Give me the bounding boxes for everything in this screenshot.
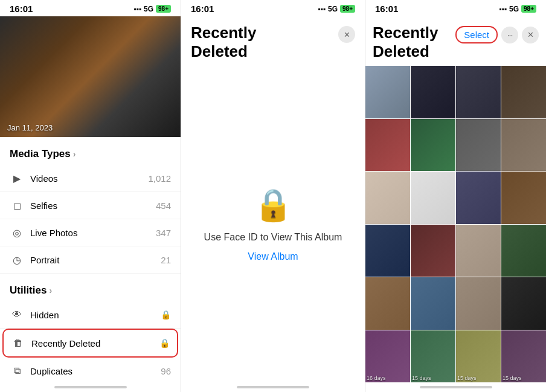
photo-overlay: Jan 11, 2023: [7, 123, 173, 132]
face-id-text: Use Face ID to View This Album: [204, 232, 342, 243]
selfies-icon: ◻: [10, 198, 24, 213]
photo-cell[interactable]: [501, 225, 546, 277]
hidden-label: Hidden: [30, 310, 161, 320]
duplicates-count: 96: [161, 366, 171, 376]
hero-photo[interactable]: Jan 11, 2023: [0, 16, 181, 137]
photo-cell[interactable]: [411, 225, 455, 277]
list-item-duplicates[interactable]: ⧉ Duplicates 96: [0, 358, 181, 382]
more-options-button[interactable]: ···: [501, 27, 518, 43]
photo-days-label: 15 days: [412, 375, 431, 381]
recently-deleted-lock-icon: 🔒: [159, 338, 170, 348]
status-right-1: ▪▪▪ 5G 98+: [133, 5, 171, 13]
panel2-close-button[interactable]: ✕: [338, 26, 355, 43]
recently-deleted-icon: 🗑: [11, 336, 25, 350]
battery-badge-2: 98+: [340, 5, 355, 13]
photo-cell[interactable]: [365, 172, 410, 223]
panel3-header: Recently Deleted Select ··· ✕: [365, 16, 546, 66]
photo-cell[interactable]: [456, 277, 501, 329]
panel3-title: Recently Deleted: [373, 24, 438, 61]
signal-bars-3: ▪▪▪: [499, 5, 507, 13]
recently-deleted-label: Recently Deleted: [31, 338, 159, 349]
status-bar-1: 16:01 ▪▪▪ 5G 98+: [0, 0, 181, 16]
signal-type-2: 5G: [328, 5, 338, 13]
panel2-title: Recently Deleted: [191, 24, 256, 61]
dots-icon: ···: [507, 30, 513, 40]
photo-days-label: 16 days: [367, 375, 386, 381]
status-right-2: ▪▪▪ 5G 98+: [318, 5, 355, 13]
panel3-title-line2: Deleted: [373, 42, 438, 61]
videos-count: 1,012: [148, 173, 171, 184]
time-2: 16:01: [191, 4, 214, 14]
hidden-lock-icon: 🔒: [161, 310, 171, 320]
panel2-header: Recently Deleted ✕: [181, 16, 365, 66]
videos-label: Videos: [30, 173, 148, 184]
photo-cell[interactable]: [501, 277, 546, 329]
signal-type-1: 5G: [144, 5, 153, 13]
photo-grid: 16 days 15 days 15 days 15 days: [365, 66, 546, 382]
panel-recently-deleted-photos: 16:01 ▪▪▪ 5G 98+ Recently Deleted Select…: [365, 0, 546, 392]
hidden-icon: 👁: [10, 307, 24, 322]
photo-cell[interactable]: 16 days: [365, 330, 410, 382]
photo-cell[interactable]: [456, 225, 501, 277]
photo-cell[interactable]: [365, 119, 410, 171]
videos-icon: ▶: [10, 171, 24, 185]
photo-cell[interactable]: 15 days: [411, 330, 455, 382]
photo-cell[interactable]: [365, 225, 410, 277]
photo-date: Jan 11, 2023: [7, 123, 53, 132]
utilities-list: 👁 Hidden 🔒 🗑 Recently Deleted 🔒 ⧉ Duplic…: [0, 301, 181, 382]
status-bar-3: 16:01 ▪▪▪ 5G 98+: [365, 0, 546, 16]
time-3: 16:01: [375, 4, 398, 14]
photo-cell[interactable]: [456, 119, 501, 171]
list-item-videos[interactable]: ▶ Videos 1,012: [0, 165, 181, 192]
photo-cell[interactable]: 15 days: [501, 330, 546, 382]
panel2-title-line1: Recently: [191, 24, 256, 42]
panel2-title-line2: Deleted: [191, 42, 256, 61]
photo-cell[interactable]: 15 days: [456, 330, 501, 382]
photo-cell[interactable]: [411, 277, 455, 329]
lock-icon-large: 🔒: [254, 187, 293, 223]
utilities-chevron-icon: ›: [49, 286, 52, 295]
portrait-count: 21: [161, 255, 171, 265]
section-media-types-label: Media Types: [10, 148, 71, 160]
photo-cell[interactable]: [501, 172, 546, 223]
photo-cell[interactable]: [456, 66, 501, 118]
panel-recently-deleted-locked: 16:01 ▪▪▪ 5G 98+ Recently Deleted ✕ 🔒 Us…: [181, 0, 365, 392]
chevron-icon: ›: [73, 149, 76, 159]
panel3-close-icon: ✕: [527, 30, 534, 39]
photo-cell[interactable]: [365, 277, 410, 329]
panel3-title-line1: Recently: [373, 24, 438, 42]
photo-cell[interactable]: [411, 172, 455, 223]
home-indicator-1: [54, 386, 127, 388]
status-right-3: ▪▪▪ 5G 98+: [499, 5, 536, 13]
list-item-recently-deleted[interactable]: 🗑 Recently Deleted 🔒: [2, 329, 178, 358]
battery-badge-1: 98+: [156, 5, 171, 13]
photo-cell[interactable]: [365, 66, 410, 118]
selfies-count: 454: [156, 201, 171, 211]
list-item-selfies[interactable]: ◻ Selfies 454: [0, 192, 181, 219]
section-media-types[interactable]: Media Types ›: [0, 137, 181, 165]
panel3-close-button[interactable]: ✕: [522, 27, 539, 43]
albums-list: Media Types › ▶ Videos 1,012 ◻ Selfies 4…: [0, 137, 181, 382]
list-item-portrait[interactable]: ◷ Portrait 21: [0, 246, 181, 274]
signal-type-3: 5G: [509, 5, 519, 13]
photo-cell[interactable]: [456, 172, 501, 223]
live-photos-label: Live Photos: [30, 228, 156, 238]
home-indicator-3: [420, 386, 492, 388]
section-utilities[interactable]: Utilities ›: [0, 274, 181, 301]
photo-cell[interactable]: [411, 119, 455, 171]
list-item-hidden[interactable]: 👁 Hidden 🔒: [0, 301, 181, 329]
live-photos-icon: ◎: [10, 225, 24, 240]
duplicates-icon: ⧉: [10, 364, 24, 378]
select-button[interactable]: Select: [455, 26, 498, 43]
list-item-live-photos[interactable]: ◎ Live Photos 347: [0, 219, 181, 246]
panel2-close-icon: ✕: [344, 30, 350, 39]
time-1: 16:01: [10, 4, 33, 14]
photo-cell[interactable]: [501, 119, 546, 171]
battery-badge-3: 98+: [521, 5, 536, 13]
photo-cell[interactable]: [411, 66, 455, 118]
signal-bars-2: ▪▪▪: [318, 5, 326, 13]
photo-cell[interactable]: [501, 66, 546, 118]
view-album-link[interactable]: View Album: [248, 251, 298, 262]
photo-days-label: 15 days: [503, 375, 522, 381]
duplicates-label: Duplicates: [30, 366, 161, 376]
